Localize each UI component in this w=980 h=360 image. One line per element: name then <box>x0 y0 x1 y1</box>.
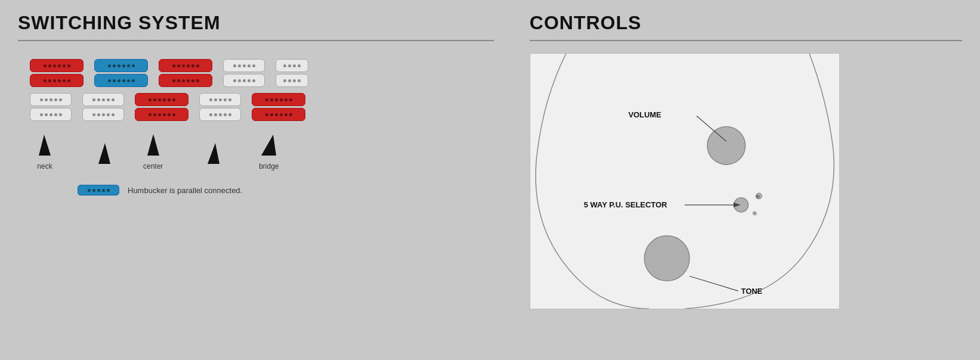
pickup-block-p8 <box>135 93 188 121</box>
bar-p7-bot <box>82 108 124 121</box>
bar-p5-bot <box>276 74 308 87</box>
pickup-block-p2 <box>94 59 148 87</box>
pickup-row-2 <box>30 93 482 121</box>
controls-panel: CONTROLS VOLUME ⊕ ⊕ <box>512 0 980 360</box>
pickup-block-p4 <box>223 59 265 87</box>
svg-marker-3 <box>208 143 220 164</box>
switch-label-neck: neck <box>37 162 52 170</box>
switching-content: neck center <box>18 53 494 201</box>
controls-title: CONTROLS <box>530 12 962 34</box>
selector-label-text: 5 WAY P.U. SELECTOR <box>584 200 667 209</box>
bar-p4-bot <box>223 74 265 87</box>
bar-p5-top <box>276 59 308 72</box>
tone-line <box>690 276 738 291</box>
bar-p3-bot <box>159 74 212 87</box>
blade-neck-icon <box>36 132 54 159</box>
pickup-block-p10 <box>252 93 305 121</box>
pickup-block-p3 <box>159 59 212 87</box>
pickup-block-p7 <box>82 93 124 121</box>
divider-right <box>530 40 962 41</box>
controls-diagram: VOLUME ⊕ ⊕ 5 WAY P.U. SELECTOR TONE <box>530 53 840 309</box>
switch-neck: neck <box>36 132 54 170</box>
svg-marker-2 <box>147 134 159 156</box>
tone-label-text: TONE <box>741 287 762 296</box>
switch-positions-row: neck center <box>30 132 482 170</box>
volume-knob <box>707 126 746 165</box>
bar-p1-bot <box>30 74 84 87</box>
svg-marker-4 <box>261 135 276 156</box>
bar-p2-bot <box>94 74 148 87</box>
bar-p9-bot <box>199 108 241 121</box>
controls-svg: VOLUME ⊕ ⊕ 5 WAY P.U. SELECTOR TONE <box>530 54 839 309</box>
bar-p3-top <box>159 59 212 72</box>
switch-bridge: bridge <box>258 132 279 170</box>
switch-label-bridge: bridge <box>259 162 279 170</box>
bar-p6-bot <box>30 108 72 121</box>
legend-description: Humbucker is parallel connected. <box>128 186 242 195</box>
blade-bridge-icon <box>258 132 279 159</box>
pickup-row-1 <box>30 59 482 87</box>
tone-knob <box>644 236 690 281</box>
bar-p4-top <box>223 59 265 72</box>
svg-text:⊕: ⊕ <box>755 193 760 200</box>
pickup-block-p9 <box>199 93 241 121</box>
blade-pos4-icon <box>205 140 222 167</box>
bar-p2-top <box>94 59 148 72</box>
switching-system-panel: SWITCHING SYSTEM <box>0 0 512 360</box>
svg-marker-0 <box>39 135 51 156</box>
pickup-block-p6 <box>30 93 72 121</box>
bar-p10-bot <box>252 108 305 121</box>
bar-p1-top <box>30 59 84 72</box>
switch-label-center: center <box>143 162 163 170</box>
svg-text:⊕: ⊕ <box>752 210 757 216</box>
switch-pos4 <box>205 140 222 170</box>
pickup-block-p5 <box>276 59 308 87</box>
bar-p6-top <box>30 93 72 106</box>
bar-p9-top <box>199 93 241 106</box>
volume-label-text: VOLUME <box>628 110 661 119</box>
blade-center-icon <box>144 132 162 159</box>
switch-pos2 <box>95 140 113 170</box>
svg-marker-1 <box>98 143 110 164</box>
switch-center: center <box>143 132 163 170</box>
blade-pos2-icon <box>95 140 113 167</box>
divider-left <box>18 40 494 41</box>
legend: Humbucker is parallel connected. <box>30 185 482 195</box>
bar-p10-top <box>252 93 305 106</box>
bar-p8-bot <box>135 108 188 121</box>
switching-system-title: SWITCHING SYSTEM <box>18 12 494 34</box>
bar-p8-top <box>135 93 188 106</box>
legend-bar-blue <box>78 185 119 195</box>
bar-p7-top <box>82 93 124 106</box>
pickup-block-p1 <box>30 59 84 87</box>
